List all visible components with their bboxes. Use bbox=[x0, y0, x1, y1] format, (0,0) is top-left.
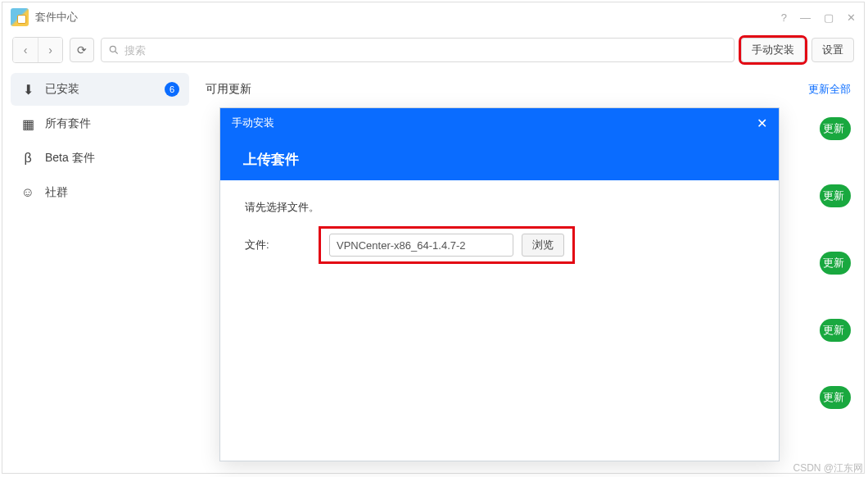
settings-button[interactable]: 设置 bbox=[811, 38, 854, 62]
svg-point-0 bbox=[110, 46, 115, 52]
modal-body: 请先选择文件。 文件: 浏览 bbox=[220, 180, 779, 284]
titlebar: 套件中心 ? — ▢ ✕ bbox=[2, 2, 864, 32]
search-icon bbox=[108, 44, 120, 56]
section-header: 可用更新 更新全部 bbox=[206, 76, 851, 102]
titlebar-controls: ? — ▢ ✕ bbox=[781, 11, 856, 24]
update-button[interactable]: 更新 bbox=[820, 252, 851, 275]
update-all-link[interactable]: 更新全部 bbox=[808, 82, 851, 97]
grid-icon: ▦ bbox=[20, 116, 35, 132]
update-button[interactable]: 更新 bbox=[820, 319, 851, 342]
file-input-group: 浏览 bbox=[319, 226, 575, 264]
watermark: CSDN @江东网 bbox=[793, 461, 863, 475]
community-icon: ☺ bbox=[20, 185, 35, 200]
app-icon bbox=[11, 8, 29, 26]
modal-hint: 请先选择文件。 bbox=[245, 200, 754, 215]
beta-icon: β bbox=[20, 151, 35, 166]
file-label: 文件: bbox=[245, 238, 278, 252]
manual-install-modal: 手动安装 ✕ 上传套件 请先选择文件。 文件: 浏览 bbox=[219, 107, 780, 461]
toolbar: ‹ › ⟳ 手动安装 设置 bbox=[2, 32, 864, 68]
update-button[interactable]: 更新 bbox=[820, 117, 851, 140]
close-icon[interactable]: ✕ bbox=[847, 11, 856, 24]
update-button[interactable]: 更新 bbox=[820, 184, 851, 207]
sidebar-item-label: Beta 套件 bbox=[45, 151, 179, 166]
modal-close-icon[interactable]: ✕ bbox=[757, 116, 767, 131]
sidebar-item-beta[interactable]: β Beta 套件 bbox=[11, 142, 189, 175]
modal-title: 上传套件 bbox=[220, 138, 779, 180]
sidebar-item-community[interactable]: ☺ 社群 bbox=[11, 176, 189, 209]
sidebar-item-label: 已安装 bbox=[45, 82, 155, 97]
refresh-icon: ⟳ bbox=[77, 43, 87, 57]
sidebar-item-label: 所有套件 bbox=[45, 116, 179, 131]
update-button[interactable]: 更新 bbox=[820, 386, 851, 409]
search-input[interactable] bbox=[124, 44, 727, 57]
sidebar-item-installed[interactable]: ⬇ 已安装 6 bbox=[11, 73, 189, 106]
sidebar: ⬇ 已安装 6 ▦ 所有套件 β Beta 套件 ☺ 社群 bbox=[2, 68, 197, 473]
modal-header: 手动安装 ✕ bbox=[220, 108, 779, 138]
app-window: 套件中心 ? — ▢ ✕ ‹ › ⟳ 手动安装 设置 ⬇ 已安装 6 bbox=[2, 2, 865, 474]
section-title: 可用更新 bbox=[206, 82, 251, 97]
nav-group: ‹ › bbox=[12, 37, 63, 63]
svg-line-1 bbox=[115, 52, 118, 54]
update-list: 更新 更新 更新 更新 更新 bbox=[820, 117, 851, 409]
browse-button[interactable]: 浏览 bbox=[522, 234, 564, 257]
installed-count-badge: 6 bbox=[165, 82, 179, 97]
nav-forward-button[interactable]: › bbox=[38, 38, 62, 62]
window-title: 套件中心 bbox=[35, 10, 78, 25]
maximize-icon[interactable]: ▢ bbox=[824, 11, 834, 24]
refresh-button[interactable]: ⟳ bbox=[70, 38, 94, 62]
download-icon: ⬇ bbox=[20, 82, 35, 98]
help-icon[interactable]: ? bbox=[781, 11, 787, 24]
file-row: 文件: 浏览 bbox=[245, 226, 754, 264]
file-path-input[interactable] bbox=[329, 234, 513, 257]
minimize-icon[interactable]: — bbox=[800, 11, 811, 24]
nav-back-button[interactable]: ‹ bbox=[13, 38, 38, 62]
search-field[interactable] bbox=[101, 38, 735, 62]
modal-header-text: 手动安装 bbox=[232, 116, 274, 130]
manual-install-button[interactable]: 手动安装 bbox=[741, 38, 805, 62]
sidebar-item-all[interactable]: ▦ 所有套件 bbox=[11, 107, 189, 140]
sidebar-item-label: 社群 bbox=[45, 185, 179, 200]
